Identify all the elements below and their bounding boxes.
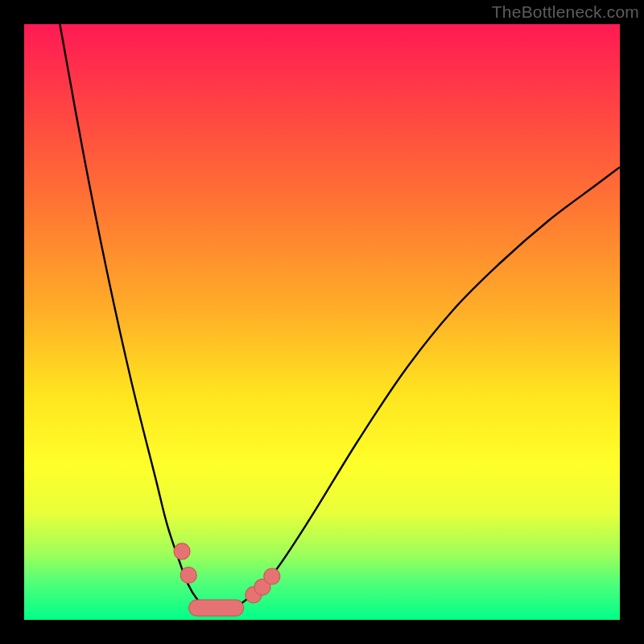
data-marker xyxy=(264,568,280,584)
plot-area xyxy=(24,24,620,620)
watermark-text: TheBottleneck.com xyxy=(492,2,639,22)
bottleneck-curve xyxy=(60,24,620,609)
bottom-marker-pill xyxy=(189,600,244,616)
curve-layer xyxy=(24,24,620,620)
data-marker xyxy=(174,543,190,559)
chart-frame: TheBottleneck.com xyxy=(0,0,644,644)
data-marker xyxy=(180,568,196,584)
marker-group xyxy=(174,543,280,616)
